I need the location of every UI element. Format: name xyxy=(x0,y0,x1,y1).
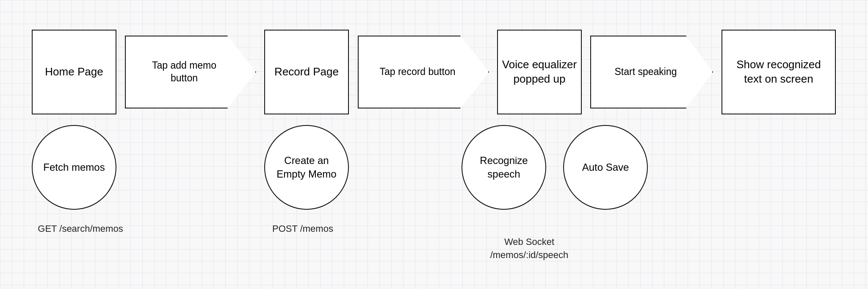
tap-record-button-arrow: Tap record button xyxy=(358,36,489,108)
auto-save-circle: Auto Save xyxy=(563,125,648,210)
recognize-speech-label: Recognize speech xyxy=(480,154,528,181)
diagram: Home Page Tap add memo button Record Pag… xyxy=(0,0,868,289)
fetch-memos-label: Fetch memos xyxy=(43,161,105,174)
show-recognized-label: Show recognized text on screen xyxy=(736,58,821,86)
tap-record-button-label: Tap record button xyxy=(379,66,467,78)
start-speaking-arrow: Start speaking xyxy=(590,36,713,108)
fetch-memos-circle: Fetch memos xyxy=(32,125,116,210)
voice-equalizer-box: Voice equalizer popped up xyxy=(497,30,582,114)
tap-add-memo-arrow: Tap add memo button xyxy=(125,36,256,108)
home-page-label: Home Page xyxy=(45,65,103,79)
voice-equalizer-label: Voice equalizer popped up xyxy=(502,58,577,86)
home-page-box: Home Page xyxy=(32,30,116,114)
show-recognized-box: Show recognized text on screen xyxy=(721,30,836,114)
create-empty-memo-label: Create an Empty Memo xyxy=(276,154,336,181)
web-socket-label: Web Socket /memos/:id/speech xyxy=(449,222,610,261)
post-memos-label: POST /memos xyxy=(250,222,356,236)
record-page-label: Record Page xyxy=(274,65,339,79)
record-page-box: Record Page xyxy=(264,30,349,114)
recognize-speech-circle: Recognize speech xyxy=(462,125,546,210)
tap-add-memo-label: Tap add memo button xyxy=(152,59,229,85)
get-search-memos-label: GET /search/memos xyxy=(21,222,140,236)
auto-save-label: Auto Save xyxy=(582,161,629,174)
create-empty-memo-circle: Create an Empty Memo xyxy=(264,125,349,210)
start-speaking-label: Start speaking xyxy=(614,66,688,78)
